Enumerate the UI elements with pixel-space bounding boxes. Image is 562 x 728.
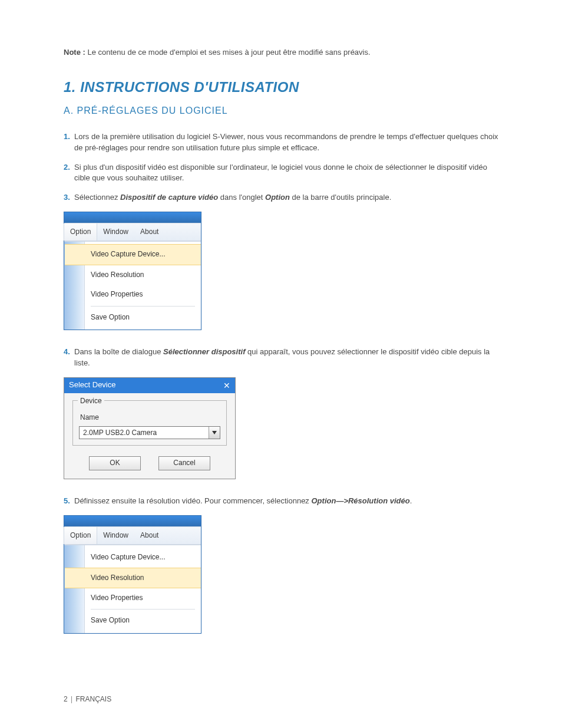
figure-option-menu-resolution: Option Window About Video Capture Device… — [64, 515, 201, 634]
menu-item-video-capture-device[interactable]: Video Capture Device... — [65, 244, 201, 265]
window-titlebar-strip — [64, 516, 201, 526]
menubar-about[interactable]: About — [134, 223, 164, 241]
menu-bar: Option Window About — [64, 526, 201, 545]
device-fieldset: Device Name 2.0MP USB2.0 Camera — [72, 400, 227, 446]
menu-item-video-properties[interactable]: Video Properties — [85, 588, 201, 608]
menu-item-video-resolution[interactable]: Video Resolution — [65, 568, 201, 588]
dialog-body: Device Name 2.0MP USB2.0 Camera OK Cance… — [64, 393, 235, 479]
step-text: Si plus d'un dispositif vidéo est dispon… — [74, 162, 498, 185]
menu-items: Video Capture Device... Video Resolution… — [85, 545, 201, 633]
step-text: Définissez ensuite la résolution vidéo. … — [74, 496, 498, 507]
section-heading: 1. INSTRUCTIONS D'UTILISATION — [64, 77, 498, 98]
dialog-title: Select Device — [69, 380, 115, 391]
step-text-bold: Dispositif de capture vidéo — [120, 193, 218, 202]
menu-item-save-option[interactable]: Save Option — [85, 308, 201, 327]
ok-button[interactable]: OK — [89, 456, 141, 470]
chevron-down-icon[interactable] — [209, 427, 220, 439]
page-number: 2 — [64, 695, 68, 703]
menu-separator — [91, 306, 195, 307]
steps-list: 1. Lors de la première utilisation du lo… — [64, 131, 498, 203]
step-number: 1. — [64, 131, 74, 154]
menu-item-video-resolution[interactable]: Video Resolution — [85, 265, 201, 285]
step-text-fragment: Sélectionnez — [74, 193, 120, 202]
fieldset-legend: Device — [78, 396, 104, 406]
step-number: 3. — [64, 192, 74, 203]
footer-separator: | — [71, 695, 72, 703]
device-combo[interactable]: 2.0MP USB2.0 Camera — [79, 426, 220, 439]
menu-item-save-option[interactable]: Save Option — [85, 611, 201, 630]
menu-item-video-capture-device[interactable]: Video Capture Device... — [85, 548, 201, 567]
device-combo-value: 2.0MP USB2.0 Camera — [80, 427, 209, 439]
menubar-about[interactable]: About — [134, 527, 164, 544]
step-text-fragment: . — [410, 496, 412, 505]
menubar-option[interactable]: Option — [64, 527, 97, 544]
step-text: Lors de la première utilisation du logic… — [74, 131, 498, 154]
dropdown-menu: Video Capture Device... Video Resolution… — [64, 545, 201, 633]
dialog-button-row: OK Cancel — [72, 456, 227, 470]
name-label: Name — [80, 413, 220, 423]
document-page: Note : Le contenu de ce mode d'emploi et… — [0, 0, 562, 728]
dialog-titlebar: Select Device ✕ — [64, 378, 235, 393]
menu-bar: Option Window About — [64, 223, 201, 241]
step-1: 1. Lors de la première utilisation du lo… — [64, 131, 498, 154]
footer-language: FRANÇAIS — [76, 695, 112, 703]
menubar-window[interactable]: Window — [97, 527, 134, 544]
step-3: 3. Sélectionnez Dispositif de capture vi… — [64, 192, 498, 203]
step-number: 2. — [64, 162, 74, 185]
step-text-fragment: de la barre d'outils principale. — [290, 193, 391, 202]
note-line: Note : Le contenu de ce mode d'emploi et… — [64, 47, 498, 58]
step-text-bold: Sélectionner dispositif — [163, 347, 245, 356]
menu-separator — [91, 609, 195, 610]
step-text-bold: Option—>Résolution vidéo — [312, 496, 410, 505]
step-number: 5. — [64, 496, 74, 507]
step-4: 4. Dans la boîte de dialogue Sélectionne… — [64, 347, 498, 369]
step-text-fragment: Définissez ensuite la résolution vidéo. … — [74, 496, 312, 505]
menubar-window[interactable]: Window — [97, 223, 134, 241]
dropdown-menu: Video Capture Device... Video Resolution… — [64, 241, 201, 330]
figure-option-menu-capture: Option Window About Video Capture Device… — [64, 212, 201, 330]
cancel-button[interactable]: Cancel — [158, 456, 210, 470]
steps-list: 4. Dans la boîte de dialogue Sélectionne… — [64, 347, 498, 369]
close-icon[interactable]: ✕ — [223, 380, 230, 391]
figure-select-device-dialog: Select Device ✕ Device Name 2.0MP USB2.0… — [64, 377, 236, 479]
window-titlebar-strip — [64, 212, 201, 223]
step-text: Sélectionnez Dispositif de capture vidéo… — [74, 192, 498, 203]
step-text: Dans la boîte de dialogue Sélectionner d… — [74, 347, 498, 369]
menu-items: Video Capture Device... Video Resolution… — [85, 242, 201, 330]
step-2: 2. Si plus d'un dispositif vidéo est dis… — [64, 162, 498, 185]
step-5: 5. Définissez ensuite la résolution vidé… — [64, 496, 498, 507]
step-text-bold: Option — [265, 193, 290, 202]
menu-item-video-properties[interactable]: Video Properties — [85, 285, 201, 304]
steps-list: 5. Définissez ensuite la résolution vidé… — [64, 496, 498, 507]
subsection-heading: A. PRÉ-RÉGLAGES DU LOGICIEL — [64, 104, 498, 117]
step-text-fragment: Dans la boîte de dialogue — [74, 347, 163, 356]
step-number: 4. — [64, 347, 74, 369]
step-text-fragment: dans l'onglet — [218, 193, 265, 202]
note-label: Note : — [64, 48, 85, 57]
note-text: Le contenu de ce mode d'emploi et ses mi… — [87, 48, 370, 57]
menubar-option[interactable]: Option — [64, 223, 97, 241]
menu-gutter — [64, 545, 85, 633]
page-footer: 2 | FRANÇAIS — [64, 694, 111, 704]
